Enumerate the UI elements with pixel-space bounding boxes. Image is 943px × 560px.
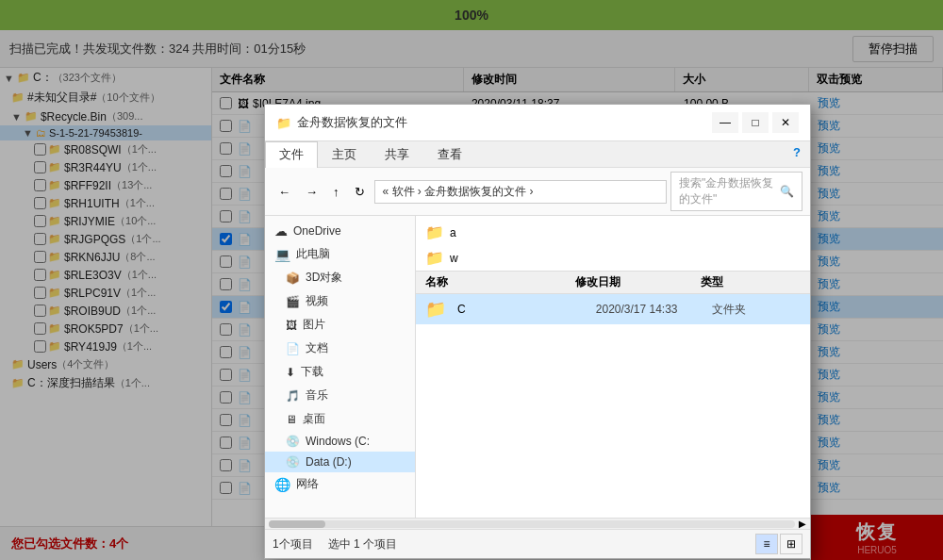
this-pc-icon: 💻: [274, 247, 290, 262]
nav-label: Windows (C:: [306, 435, 370, 448]
nav-item-3d[interactable]: 📦 3D对象: [265, 266, 415, 289]
dialog-title-area: 📁 金舟数据恢复的文件: [276, 114, 407, 131]
nav-label: 3D对象: [306, 270, 342, 286]
cr-type: 文件夹: [712, 302, 801, 318]
videos-icon: 🎬: [286, 295, 300, 308]
nav-item-videos[interactable]: 🎬 视频: [265, 289, 415, 313]
close-button[interactable]: ✕: [772, 112, 799, 133]
tab-view[interactable]: 查看: [423, 141, 476, 167]
content-row-c[interactable]: 📁 C 2020/3/17 14:33 文件夹: [416, 294, 810, 324]
nav-label: OneDrive: [293, 224, 341, 238]
maximize-button[interactable]: □: [742, 112, 769, 133]
file-dialog: 📁 金舟数据恢复的文件 — □ ✕ 文件 主页 共享 查看 ? ←: [264, 104, 811, 559]
nav-item-pictures[interactable]: 🖼 图片: [265, 313, 415, 337]
nav-label: 此电脑: [296, 246, 330, 262]
pictures-icon: 🖼: [286, 319, 297, 332]
nav-item-documents[interactable]: 📄 文档: [265, 337, 415, 360]
tab-home[interactable]: 主页: [318, 141, 371, 167]
nav-label: 图片: [303, 317, 325, 333]
scrollbar-track[interactable]: [269, 520, 795, 528]
downloads-icon: ⬇: [286, 366, 295, 379]
dialog-footer: 1个项目 选中 1 个项目 ≡ ⊞: [265, 529, 810, 558]
onedrive-icon: ☁: [274, 223, 288, 239]
folder-w-icon: 📁: [425, 249, 444, 267]
content-header: 名称 修改日期 类型: [416, 271, 810, 294]
tab-share[interactable]: 共享: [371, 141, 423, 167]
nav-item-data-d[interactable]: 💿 Data (D:): [265, 452, 415, 472]
address-breadcrumb[interactable]: « 软件 › 金舟数据恢复的文件 ›: [374, 180, 668, 204]
view-details-button[interactable]: ⊞: [780, 534, 802, 554]
nav-pane: ☁ OneDrive 💻 此电脑 📦 3D对象 🎬 视频: [265, 216, 416, 518]
nav-label: 文档: [306, 340, 328, 356]
address-bar: ← → ↑ ↻ « 软件 › 金舟数据恢复的文件 › 搜索"金舟数据恢复的文件"…: [265, 168, 810, 216]
dialog-title-icon: 📁: [276, 116, 291, 130]
ch-type: 类型: [701, 274, 801, 290]
search-box[interactable]: 搜索"金舟数据恢复的文件" 🔍: [670, 172, 802, 211]
nav-item-network[interactable]: 🌐 网络: [265, 472, 415, 496]
folder-a-icon: 📁: [425, 223, 444, 241]
dialog-overlay: 📁 金舟数据恢复的文件 — □ ✕ 文件 主页 共享 查看 ? ←: [0, 0, 943, 560]
content-pane: 📁 a 📁 w 名称 修改日期 类型 📁: [416, 216, 810, 518]
nav-item-music[interactable]: 🎵 音乐: [265, 384, 415, 407]
nav-item-desktop[interactable]: 🖥 桌面: [265, 407, 415, 431]
dialog-title-text: 金舟数据恢复的文件: [297, 114, 407, 131]
ch-date: 修改日期: [575, 274, 701, 290]
nav-label: 网络: [296, 476, 319, 492]
music-icon: 🎵: [286, 389, 300, 403]
folder-a-label: a: [450, 226, 456, 239]
dialog-body: ☁ OneDrive 💻 此电脑 📦 3D对象 🎬 视频: [265, 216, 810, 518]
nav-item-onedrive[interactable]: ☁ OneDrive: [265, 220, 415, 242]
nav-item-this-pc[interactable]: 💻 此电脑: [265, 242, 415, 266]
quick-item-w[interactable]: 📁 w: [416, 245, 810, 271]
data-d-icon: 💿: [286, 455, 300, 469]
ch-name: 名称: [425, 274, 575, 290]
dialog-titlebar: 📁 金舟数据恢复的文件 — □ ✕: [265, 105, 810, 141]
cr-name: C: [457, 303, 590, 316]
nav-refresh-button[interactable]: ↻: [349, 182, 371, 202]
ribbon-tabs: 文件 主页 共享 查看 ?: [265, 141, 810, 168]
tab-file[interactable]: 文件: [265, 141, 318, 168]
nav-up-button[interactable]: ↑: [327, 182, 345, 202]
nav-forward-button[interactable]: →: [300, 182, 323, 202]
windows-c-icon: 💿: [286, 435, 300, 448]
search-placeholder: 搜索"金舟数据恢复的文件": [679, 175, 776, 207]
dialog-controls: — □ ✕: [712, 112, 799, 133]
view-list-button[interactable]: ≡: [755, 534, 778, 554]
nav-label: 下载: [301, 364, 323, 380]
minimize-button[interactable]: —: [712, 112, 738, 133]
folder-w-label: w: [450, 252, 458, 265]
scrollbar-thumb[interactable]: [269, 520, 325, 528]
quick-item-a[interactable]: 📁 a: [416, 220, 810, 245]
nav-label: 音乐: [306, 387, 328, 404]
network-icon: 🌐: [274, 477, 290, 492]
desktop-icon: 🖥: [286, 413, 297, 426]
nav-item-windows-c[interactable]: 💿 Windows (C:: [265, 431, 415, 452]
selection-info: 选中 1 个项目: [328, 536, 397, 552]
dialog-scrollbar[interactable]: ▶: [265, 518, 810, 529]
3d-icon: 📦: [286, 272, 300, 285]
nav-back-button[interactable]: ←: [273, 182, 296, 202]
help-icon[interactable]: ?: [784, 141, 810, 167]
app-container: 100% 扫描已完成！共发现文件数：324 共用时间：01分15秒 暂停扫描 ▼…: [0, 0, 943, 560]
nav-label: 视频: [306, 293, 328, 309]
nav-label: 桌面: [303, 411, 325, 427]
nav-label: Data (D:): [306, 455, 352, 469]
documents-icon: 📄: [286, 342, 300, 355]
footer-info: 1个项目 选中 1 个项目: [273, 536, 397, 552]
folder-c-icon: 📁: [425, 299, 446, 320]
nav-item-downloads[interactable]: ⬇ 下载: [265, 360, 415, 384]
footer-view-btns: ≡ ⊞: [755, 534, 802, 554]
cr-date: 2020/3/17 14:33: [596, 303, 706, 316]
search-icon[interactable]: 🔍: [780, 185, 794, 198]
item-count: 1个项目: [273, 536, 313, 552]
scroll-right-icon[interactable]: ▶: [799, 519, 806, 529]
